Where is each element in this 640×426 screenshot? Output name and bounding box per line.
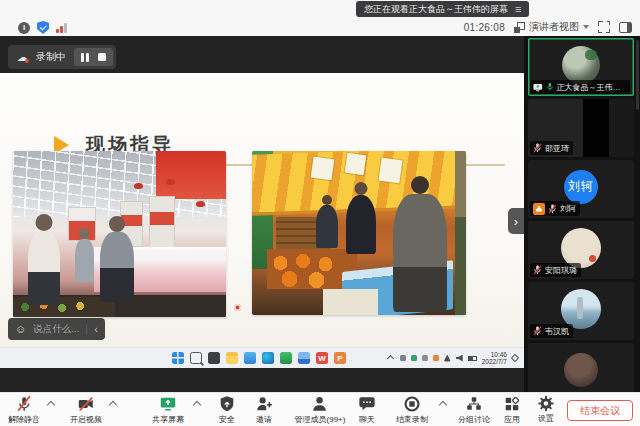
view-controls: 01:26:08 演讲者视图 — [464, 19, 632, 35]
battery-icon — [468, 356, 477, 361]
search-icon — [190, 352, 202, 364]
chat-quick-input[interactable]: ☺ 说点什么... ‹ — [8, 318, 105, 340]
taskview-icon — [208, 352, 220, 364]
side-panel-icon[interactable] — [619, 22, 632, 33]
watching-banner: 您正在观看正大食品～王伟伟的屏幕 ≡ — [356, 1, 529, 17]
manage-members-button[interactable]: 管理成员(99+) — [295, 395, 346, 425]
hand-raised-icon — [533, 203, 545, 215]
view-mode-label: 演讲者视图 — [529, 20, 579, 34]
watching-banner-text: 您正在观看正大食品～王伟伟的屏幕 — [364, 3, 508, 16]
view-mode-selector[interactable]: 演讲者视图 — [514, 20, 589, 34]
collapse-chat-icon[interactable]: ‹ — [94, 323, 98, 335]
fullscreen-icon[interactable] — [598, 21, 610, 33]
sidebar-scrollbar[interactable] — [636, 40, 639, 110]
participant-tile[interactable]: 刘轲 刘轲 — [528, 160, 634, 218]
network-signal-icon — [56, 23, 67, 33]
settings-gear-icon — [538, 395, 555, 412]
pause-recording-icon[interactable] — [81, 53, 89, 62]
security-button[interactable]: 安全 — [218, 395, 236, 425]
emoji-icon[interactable]: ☺ — [15, 323, 26, 335]
mic-muted-icon — [533, 326, 542, 336]
chevron-up-icon[interactable] — [193, 401, 201, 409]
participant-tile-partial[interactable] — [528, 343, 634, 392]
slide-photo-meat-shop — [13, 151, 226, 317]
mic-muted-icon — [548, 204, 557, 214]
apps-button[interactable]: 应用 — [503, 395, 521, 425]
laser-pointer-dot — [234, 304, 241, 311]
avatar — [562, 46, 600, 84]
breakout-icon — [465, 395, 483, 413]
participants-sidebar: 正大食品～王伟伟的… 邵亚琦 刘轲 刘轲 安阳琪璐 — [524, 36, 640, 392]
participant-tile[interactable]: 邵亚琦 — [528, 99, 634, 157]
apps-icon — [503, 395, 521, 413]
avatar-initials: 刘轲 — [564, 170, 598, 204]
speaker-view-icon — [514, 22, 525, 33]
avatar — [561, 228, 601, 268]
taskbar-clock: 10:46 2022/7/7 — [482, 351, 507, 366]
presentation-app-icon: P — [334, 352, 346, 364]
meeting-app-window: 您正在观看正大食品～王伟伟的屏幕 ≡ i 01:26:08 演讲者视图 现场指导 — [0, 0, 640, 426]
stop-record-icon — [403, 395, 421, 413]
end-meeting-button[interactable]: 结束会议 — [567, 400, 633, 421]
chevron-up-icon[interactable] — [47, 401, 55, 409]
tray-expand-icon — [387, 354, 394, 361]
share-screen-button[interactable]: 共享屏幕 — [152, 395, 184, 425]
chevron-up-icon[interactable] — [109, 401, 117, 409]
invite-icon — [255, 395, 273, 413]
meeting-toolbar: 解除静音 开启视频 共享屏幕 安全 邀请 管理成员(99+) 聊天 — [0, 392, 640, 426]
participant-tile[interactable]: 安阳琪璐 — [528, 221, 634, 279]
system-tray: 10:46 2022/7/7 — [388, 351, 518, 366]
next-slide-arrow[interactable]: › — [508, 208, 524, 234]
participant-tile-presenter[interactable]: 正大食品～王伟伟的… — [528, 38, 634, 96]
slide-photo-market-stall — [252, 151, 466, 315]
invite-button[interactable]: 邀请 — [255, 395, 273, 425]
start-video-button[interactable]: 开启视频 — [70, 395, 102, 425]
chat-placeholder[interactable]: 说点什么... — [33, 323, 79, 336]
avatar — [564, 353, 598, 387]
recording-indicator: ☁ 录制中 — [8, 45, 116, 69]
mic-muted-icon — [15, 395, 33, 413]
meeting-info-icon[interactable]: i — [18, 22, 30, 34]
recording-label: 录制中 — [36, 50, 66, 64]
settings-button[interactable]: 设置 — [538, 395, 555, 424]
volume-icon — [456, 355, 463, 362]
camera-off-icon — [77, 395, 95, 413]
elapsed-time: 01:26:08 — [464, 22, 505, 33]
avatar — [561, 289, 601, 329]
wifi-icon — [444, 355, 451, 362]
green-app-icon — [280, 352, 292, 364]
stop-recording-button[interactable]: 结束录制 — [396, 395, 428, 425]
share-screen-icon — [159, 395, 177, 413]
edge-browser-icon — [262, 352, 274, 364]
participant-name: 刘轲 — [560, 203, 576, 214]
windows-start-icon — [172, 352, 184, 364]
participant-name: 邵亚琦 — [545, 143, 569, 154]
banner-menu-icon[interactable]: ≡ — [515, 4, 521, 14]
screen-share-icon — [533, 83, 543, 92]
shared-screen-stage: 现场指导 — [0, 36, 524, 392]
participant-name: 正大食品～王伟伟的… — [556, 82, 626, 93]
members-icon — [311, 395, 329, 413]
mic-on-icon — [546, 82, 554, 92]
chevron-down-icon — [583, 25, 589, 29]
participant-name: 安阳琪璐 — [545, 265, 577, 276]
chevron-up-icon[interactable] — [439, 401, 447, 409]
stop-recording-icon[interactable] — [98, 53, 106, 61]
wps-icon: W — [316, 352, 328, 364]
cloud-record-icon: ☁ — [17, 52, 28, 63]
file-explorer-icon — [226, 352, 238, 364]
security-shield-icon[interactable] — [37, 21, 49, 34]
chat-icon — [358, 395, 376, 413]
mic-muted-icon — [533, 265, 542, 275]
participant-tile[interactable]: 韦汉凯 — [528, 282, 634, 340]
unmute-button[interactable]: 解除静音 — [8, 395, 40, 425]
participant-name: 韦汉凯 — [545, 326, 569, 337]
shield-icon — [218, 395, 236, 413]
chat-button[interactable]: 聊天 — [358, 395, 376, 425]
meeting-status-icons: i — [18, 20, 67, 35]
shared-windows-taskbar: W P 10:46 2022/7/7 — [0, 347, 524, 368]
notification-icon — [511, 354, 519, 362]
breakout-rooms-button[interactable]: 分组讨论 — [458, 395, 490, 425]
mail-icon — [244, 352, 256, 364]
photos-app-icon — [298, 352, 310, 364]
